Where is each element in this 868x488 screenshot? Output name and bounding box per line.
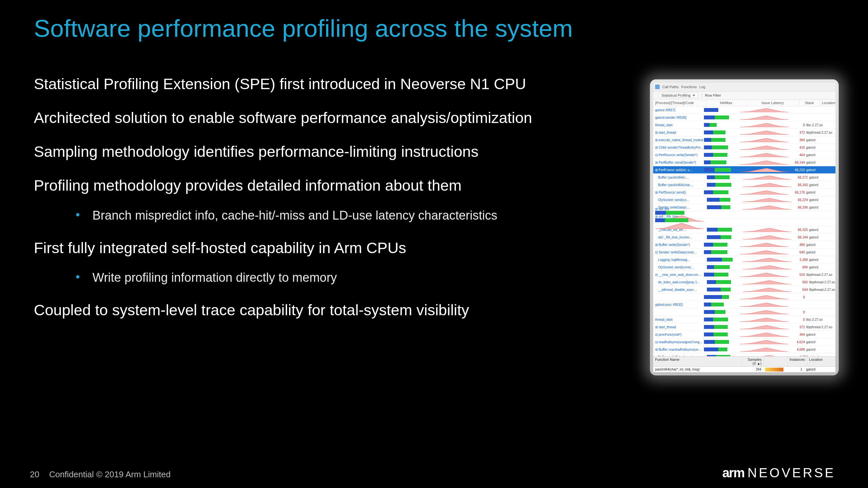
- stack-count: 372: [788, 131, 806, 134]
- stack-count: 0: [788, 123, 806, 127]
- table-row[interactable]: Buffer::packInt64(char…66,160gatord: [653, 181, 835, 189]
- latency-spark: [740, 123, 788, 127]
- hitmax-bar: [704, 168, 740, 172]
- latency-spark: [743, 265, 792, 269]
- hitmax-bar: [704, 138, 740, 142]
- row-filter-label: Row Filter: [705, 93, 721, 97]
- hitmax-bar: [707, 280, 743, 284]
- row-name: std::_Rb_tree_increm…: [653, 235, 707, 239]
- tab[interactable]: Log: [700, 85, 705, 89]
- row-location: gatord: [806, 153, 835, 157]
- tab[interactable]: Call Paths: [662, 85, 679, 89]
- tab[interactable]: Functions: [681, 85, 697, 89]
- hitmax-bar: [707, 235, 743, 239]
- table-row[interactable]: thread_start0libc-2.27.so: [653, 316, 835, 323]
- latency-spark: [740, 153, 788, 157]
- col-location[interactable]: Location: [820, 100, 835, 106]
- table-row[interactable]: 0: [653, 293, 835, 301]
- table-row[interactable]: ⊟ Sender::writeData(const…640gatord: [653, 249, 835, 256]
- table-row[interactable]: ⊞ std::_Rb_tree66,256gatord: [653, 219, 835, 226]
- row-name: Logging::logMessag…: [653, 258, 707, 262]
- table-row[interactable]: ⊞ Buffer::write(Sender*)480gatord: [653, 241, 835, 249]
- stack-count: 4,624: [788, 340, 806, 344]
- hitmax-bar: [707, 258, 743, 262]
- table-row[interactable]: gatord-sender #9530]: [653, 114, 835, 121]
- fnhead-pct[interactable]: [764, 357, 787, 366]
- latency-spark: [740, 332, 788, 337]
- stack-count: 66,176: [788, 191, 806, 194]
- row-location: libc-2.27.so: [806, 318, 835, 321]
- latency-spark: [740, 310, 788, 314]
- table-row[interactable]: ⊟ __new_sem_wait_slow.con…528libpthread-…: [653, 271, 835, 279]
- hitmax-bar: [704, 340, 740, 344]
- bullet: Write profiling information directly to …: [34, 269, 613, 286]
- row-name: thread_start: [653, 318, 704, 321]
- table-row[interactable]: do_futex_wait.const[prop 1…560libpthread…: [653, 279, 835, 286]
- table-row[interactable]: __pthread_disable_asyn…544libpthread-2.2…: [653, 286, 835, 293]
- fnhead-location[interactable]: Location: [807, 357, 835, 366]
- table-row[interactable]: gatord #9557]: [653, 106, 835, 114]
- fnhead-samples[interactable]: Samples (# ▲): [742, 357, 764, 366]
- function-rows: packInt64(char*, int, int&, long)284 88.…: [653, 367, 835, 372]
- table-row[interactable]: ⊟ PerfSource::write(Sender*)464gatord: [653, 151, 835, 159]
- latency-spark: [655, 226, 704, 230]
- function-row[interactable]: packInt64(char*, int, int&, long)284 88.…: [653, 367, 835, 372]
- table-row[interactable]: ⊞ start_thread372libpthread-2.27.so: [653, 323, 835, 331]
- paragraph: Coupled to system-level trace capability…: [34, 300, 613, 320]
- table-row[interactable]: std::_Rb_tree_increm…66,144gatord: [653, 234, 835, 241]
- table-row[interactable]: Logging::logMessag…5,388gatord: [653, 256, 835, 263]
- col-process[interactable]: [Process]/[Thread]/Code: [653, 100, 706, 106]
- table-row[interactable]: ⊟ procFunc(void*)384gatord: [653, 331, 835, 338]
- table-row[interactable]: ⊞ execute_native_thread_routine384gatord: [653, 136, 835, 144]
- hitmax-bar: [704, 310, 740, 314]
- profiling-mode-dropdown[interactable]: Statistical Profiling: [658, 93, 698, 98]
- row-name: ⊞ PerfSource::send(): [653, 191, 704, 194]
- table-row[interactable]: OlySocket::send(const…688gatord: [653, 263, 835, 271]
- hitmax-bar: [704, 250, 740, 254]
- row-name: ⊟ Sender::writeData(const…: [653, 251, 704, 254]
- row-location: gatord: [809, 258, 835, 262]
- stack-count: 5,388: [792, 258, 809, 262]
- latency-spark: [743, 257, 792, 262]
- row-name: ⊞ Buffer::marshalKallsyms(un…: [653, 348, 704, 351]
- col-stack[interactable]: Stack: [799, 100, 820, 106]
- col-hitmax[interactable]: Hit/Max: [706, 100, 746, 106]
- paragraph: Statistical Profiling Extension (SPE) fi…: [34, 74, 613, 94]
- stack-count: 66,216: [788, 168, 806, 172]
- latency-spark: [740, 115, 788, 120]
- function-headers: Function Name Samples (# ▲) Instances Lo…: [653, 356, 835, 367]
- latency-spark: [743, 280, 792, 284]
- hitmax-bar: [704, 123, 740, 127]
- table-row[interactable]: ⊞ PerfBuffer::send(Sender*)66,144gatord: [653, 159, 835, 166]
- table-row[interactable]: ⊞ PerfSource::send()66,176gatord: [653, 189, 835, 196]
- table-row[interactable]: OlySocket::send(co…66,224gatord: [653, 196, 835, 204]
- table-row[interactable]: 0: [653, 308, 835, 316]
- row-location: gatord: [806, 333, 835, 336]
- column-headers: [Process]/[Thread]/Code Hit/Max Issue La…: [653, 100, 835, 106]
- table-row[interactable]: ⊞ start_thread372libpthread-2.27.so: [653, 129, 835, 136]
- table-row[interactable]: ⊟ readKallsyms(unsigned long…4,624gatord: [653, 338, 835, 346]
- table-row[interactable]: ⊞ PerfFrame::add(int, u…66,216gatord: [653, 166, 835, 174]
- col-latency[interactable]: Issue Latency: [746, 100, 799, 106]
- latency-spark: [740, 242, 788, 247]
- row-name: Buffer::packInt64(c…: [653, 176, 707, 179]
- row-name: ⊞ start_thread: [653, 325, 704, 329]
- hitmax-bar: [704, 145, 740, 149]
- table-row[interactable]: Buffer::packInt64(c…66,272gatord: [653, 174, 835, 181]
- row-location: libpthread-2.27.so: [809, 281, 835, 284]
- profiler-screenshot: Call Paths Functions Log Statistical Pro…: [650, 79, 839, 376]
- table-row[interactable]: gatord-proc #9532]: [653, 301, 835, 308]
- table-row[interactable]: thread_start0libc-2.27.so: [653, 121, 835, 129]
- hitmax-bar: [655, 218, 704, 222]
- latency-spark: [740, 317, 788, 322]
- stack-count: 4,704: [792, 355, 809, 357]
- fn-location: gatord: [804, 367, 835, 372]
- table-row[interactable]: ⊞ Buffer::marshalKallsyms(un…4,688gatord: [653, 346, 835, 353]
- slide-title: Software performance profiling across th…: [34, 14, 573, 42]
- fnhead-name[interactable]: Function Name: [653, 357, 742, 366]
- table-row[interactable]: Buffer::writeBytes(const…4,704gatord: [653, 353, 835, 356]
- table-row[interactable]: ⊞ std::set66,208gatord: [653, 211, 835, 219]
- row-location: gatord: [809, 198, 835, 202]
- table-row[interactable]: ⊞ Child::senderThreadEntryPoint()416gato…: [653, 144, 835, 151]
- fnhead-instances[interactable]: Instances: [787, 357, 807, 366]
